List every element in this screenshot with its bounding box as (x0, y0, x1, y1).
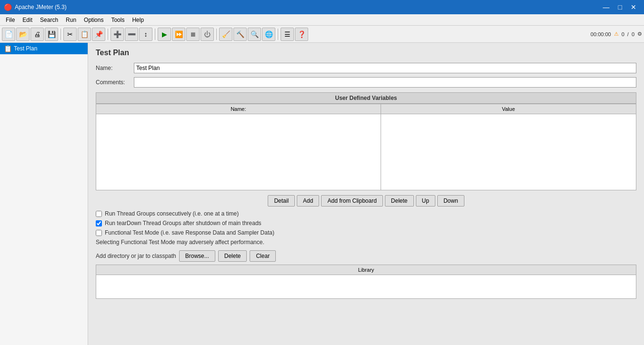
menu-run[interactable]: Run (62, 16, 80, 24)
comments-row: Comments: (96, 77, 636, 88)
title-bar: 🔴 Apache JMeter (5.3) — □ ✕ (0, 0, 644, 14)
app-icon: 🔴 (4, 3, 12, 11)
main-layout: 📋 Test Plan Test Plan Name: Comments: Us… (0, 43, 644, 345)
name-label: Name: (96, 65, 134, 71)
clear-all-btn[interactable]: 🔨 (233, 28, 247, 41)
detail-btn[interactable]: Detail (268, 195, 295, 207)
comments-label: Comments: (96, 79, 134, 86)
checkbox-row-1: Run Thread Groups consecutively (i.e. on… (96, 210, 636, 217)
table-cell-value[interactable] (381, 114, 636, 190)
save-copy-btn[interactable]: 🖨 (30, 28, 44, 41)
checkbox-consecutive[interactable] (96, 211, 102, 217)
variables-section: User Defined Variables Name: Value (96, 92, 636, 190)
checkbox-functional[interactable] (96, 230, 102, 236)
warning-count: 0 (632, 31, 634, 37)
delete-btn[interactable]: Delete (385, 195, 414, 207)
separator-4 (216, 29, 217, 40)
comments-input[interactable] (134, 77, 636, 88)
library-cell[interactable] (96, 275, 636, 299)
browse-btn[interactable]: Browse... (179, 250, 215, 262)
title-bar-left: 🔴 Apache JMeter (5.3) (4, 3, 67, 11)
checkbox-teardown[interactable] (96, 220, 102, 227)
col-name-header: Name: (96, 104, 381, 114)
classpath-delete-btn[interactable]: Delete (218, 250, 247, 262)
menu-bar: File Edit Search Run Options Tools Help (0, 14, 644, 26)
library-table: Library (96, 265, 636, 299)
settings-icon[interactable]: ⚙ (637, 31, 642, 37)
clear-btn[interactable]: Clear (250, 250, 276, 262)
panel-title: Test Plan (96, 49, 636, 57)
checkbox-row-3: Functional Test Mode (i.e. save Response… (96, 229, 636, 236)
maximize-btn[interactable]: □ (614, 3, 626, 11)
down-btn[interactable]: Down (437, 195, 464, 207)
separator-slash: / (627, 31, 629, 37)
collapse-btn[interactable]: ➖ (125, 28, 138, 41)
new-btn[interactable]: 📄 (2, 28, 15, 41)
copy-btn[interactable]: 📋 (78, 28, 91, 41)
perf-note: Selecting Functional Test Mode may adver… (96, 239, 636, 246)
clear-btn[interactable]: 🧹 (219, 28, 232, 41)
timer-display: 00:00:00 (591, 31, 611, 37)
action-buttons-row: Detail Add Add from Clipboard Delete Up … (96, 195, 636, 207)
table-cell-name[interactable] (96, 114, 381, 190)
classpath-label: Add directory or jar to classpath (96, 253, 176, 259)
play-btn[interactable]: ▶ (158, 28, 171, 41)
library-row (96, 275, 636, 299)
warning-icon: ⚠ (614, 31, 619, 37)
save-btn[interactable]: 💾 (45, 28, 58, 41)
remote-btn[interactable]: 🌐 (262, 28, 275, 41)
up-btn[interactable]: Up (416, 195, 435, 207)
col-value-header: Value (381, 104, 636, 114)
play-no-pause-btn[interactable]: ⏩ (172, 28, 185, 41)
separator-5 (278, 29, 278, 40)
checkbox-functional-label: Functional Test Mode (i.e. save Response… (105, 229, 274, 236)
checkbox-consecutive-label: Run Thread Groups consecutively (i.e. on… (105, 210, 239, 217)
table-row (96, 114, 636, 190)
classpath-row: Add directory or jar to classpath Browse… (96, 250, 636, 262)
cut-btn[interactable]: ✂ (63, 28, 77, 41)
test-plan-icon: 📋 (4, 45, 12, 52)
menu-options[interactable]: Options (80, 16, 107, 24)
toggle-btn[interactable]: ↕ (139, 28, 152, 41)
minimize-btn[interactable]: — (599, 3, 614, 11)
menu-file[interactable]: File (2, 16, 19, 24)
right-panel: Test Plan Name: Comments: User Defined V… (88, 43, 644, 345)
app-title: Apache JMeter (5.3) (15, 4, 67, 10)
toolbar-right: 00:00:00 ⚠ 0 / 0 ⚙ (591, 31, 642, 37)
expand-btn[interactable]: ➕ (111, 28, 124, 41)
library-header: Library (96, 265, 636, 275)
menu-help[interactable]: Help (128, 16, 148, 24)
separator-3 (155, 29, 155, 40)
shutdown-btn[interactable]: ⏻ (201, 28, 214, 41)
list-btn[interactable]: ☰ (281, 28, 294, 41)
help-btn[interactable]: ❓ (295, 28, 308, 41)
content-area: Test Plan Name: Comments: User Defined V… (88, 43, 644, 305)
error-count: 0 (622, 31, 624, 37)
search-btn[interactable]: 🔍 (248, 28, 261, 41)
toolbar: 📄 📂 🖨 💾 ✂ 📋 📌 ➕ ➖ ↕ ▶ ⏩ ⏹ ⏻ 🧹 🔨 🔍 🌐 ☰ ❓ … (0, 26, 644, 43)
menu-search[interactable]: Search (36, 16, 62, 24)
stop-btn[interactable]: ⏹ (186, 28, 200, 41)
separator-1 (60, 29, 61, 40)
add-from-clipboard-btn[interactable]: Add from Clipboard (321, 195, 382, 207)
tree-item-test-plan[interactable]: 📋 Test Plan (0, 43, 88, 54)
add-btn[interactable]: Add (297, 195, 319, 207)
menu-tools[interactable]: Tools (107, 16, 128, 24)
tree-item-label: Test Plan (14, 45, 37, 52)
variables-title: User Defined Variables (96, 92, 636, 104)
paste-btn[interactable]: 📌 (92, 28, 105, 41)
open-btn[interactable]: 📂 (16, 28, 30, 41)
close-btn[interactable]: ✕ (627, 3, 640, 11)
name-input[interactable] (134, 63, 636, 73)
checkbox-teardown-label: Run tearDown Thread Groups after shutdow… (105, 220, 262, 227)
checkbox-row-2: Run tearDown Thread Groups after shutdow… (96, 220, 636, 227)
left-panel: 📋 Test Plan (0, 43, 88, 345)
menu-edit[interactable]: Edit (19, 16, 36, 24)
name-row: Name: (96, 63, 636, 73)
variables-table: Name: Value (96, 104, 636, 190)
title-bar-controls: — □ ✕ (599, 3, 640, 11)
separator-2 (108, 29, 108, 40)
